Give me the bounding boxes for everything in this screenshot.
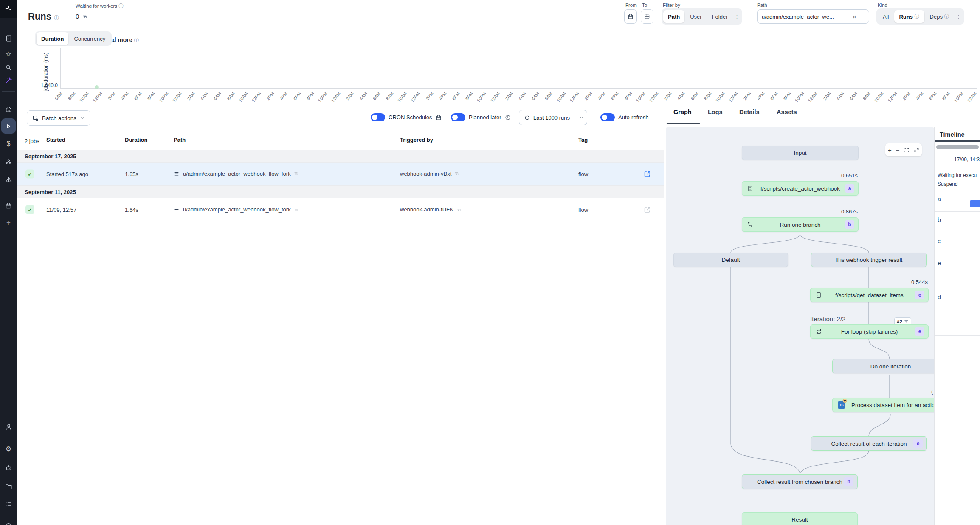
step-badge: a [845, 184, 854, 193]
x-tick-label: 8AM [544, 91, 554, 101]
active-tab-underline [667, 123, 700, 124]
node-run-one-branch[interactable]: Run one branch b [742, 217, 859, 232]
timeline-resize-handle[interactable] [936, 145, 979, 149]
node-do-one-iteration[interactable]: Do one iteration [832, 359, 934, 373]
tab-logs[interactable]: Logs [708, 109, 723, 115]
x-tick-label: 2AM [822, 91, 832, 101]
filter-tab-path[interactable]: Path [663, 10, 684, 23]
filter-tab-user[interactable]: User [685, 10, 706, 23]
runs-play-icon[interactable] [0, 119, 17, 133]
to-date-button[interactable] [641, 9, 653, 24]
kind-tab-all[interactable]: All [878, 10, 893, 23]
auto-refresh-toggle[interactable] [600, 113, 615, 121]
node-get-dataset-items[interactable]: f/scripts/get_dataset_items c [810, 288, 929, 302]
settings-gear-icon[interactable]: ⚙ [0, 441, 17, 456]
success-check-icon[interactable]: ✓ [25, 205, 34, 214]
filter-tab-folder[interactable]: Folder [707, 10, 732, 23]
filter-plus-icon[interactable] [454, 171, 459, 177]
windmill-logo[interactable] [0, 0, 17, 18]
col-started[interactable]: Started [46, 137, 65, 143]
pinwheel-icon [4, 5, 13, 13]
tab-details[interactable]: Details [739, 109, 760, 115]
run-triggered-by[interactable]: webhook-admin-vBxt [400, 171, 459, 177]
favorites-star-icon[interactable]: ☆ [0, 47, 17, 61]
variables-dollar-icon[interactable]: $ [0, 137, 17, 151]
node-branch-default[interactable]: Default [673, 253, 788, 267]
tab-duration[interactable]: Duration [37, 32, 68, 45]
success-check-icon[interactable]: ✓ [25, 170, 34, 179]
run-path[interactable]: u/admin/example_actor_webhook_flow_fork [174, 171, 299, 177]
col-tag[interactable]: Tag [578, 137, 588, 143]
node-input[interactable]: Input [742, 146, 859, 160]
planned-later-toggle[interactable] [451, 113, 465, 121]
schedules-calendar-icon[interactable] [0, 199, 17, 213]
tab-concurrency[interactable]: Concurrency [69, 32, 110, 45]
filter-plus-icon[interactable] [456, 207, 462, 213]
node-result[interactable]: Result [742, 512, 858, 525]
filter-plus-icon[interactable] [82, 13, 88, 20]
apps-icon[interactable] [0, 31, 17, 45]
col-duration[interactable]: Duration [125, 137, 147, 143]
clear-path-icon[interactable]: × [853, 13, 856, 20]
run-row[interactable]: ✓ Started 517s ago 1.65s u/admin/example… [17, 163, 664, 185]
run-path[interactable]: u/admin/example_actor_webhook_flow_fork [174, 206, 299, 213]
workers-robot-icon[interactable] [0, 460, 17, 475]
home-icon[interactable] [0, 102, 17, 116]
run-row[interactable]: ✓ 11/09, 12:57 1.64s u/admin/example_act… [17, 199, 664, 221]
filter-plus-icon[interactable] [294, 171, 299, 177]
add-plus-icon[interactable]: + [0, 216, 17, 230]
path-filter-input[interactable] [762, 14, 849, 20]
x-tick-label: 2AM [186, 91, 196, 101]
timeline-title[interactable]: Timeline [940, 131, 965, 138]
x-tick-label: 12AM [648, 91, 659, 103]
flow-list-icon [174, 171, 179, 177]
audit-logs-list-icon[interactable] [0, 497, 17, 511]
triggers-prism-icon[interactable] [0, 172, 17, 187]
x-tick-label: 8PM [305, 91, 315, 101]
runs-limit-dropdown[interactable] [575, 110, 587, 125]
info-icon[interactable]: ⓘ [118, 3, 124, 9]
col-triggered-by[interactable]: Triggered by [400, 137, 433, 143]
zoom-out-icon[interactable]: − [896, 147, 900, 153]
x-tick-label: 10PM [794, 91, 805, 103]
fit-view-icon[interactable] [904, 147, 910, 153]
run-triggered-by[interactable]: webhook-admin-fUFN [400, 206, 462, 213]
open-run-icon[interactable] [644, 171, 651, 178]
kind-tab-deps[interactable]: Deps ⓘ [925, 10, 954, 23]
kind-more-menu-icon[interactable]: ⋮ [955, 14, 963, 20]
node-for-loop[interactable]: For loop (skip failures) e [810, 324, 929, 339]
zoom-in-icon[interactable]: + [888, 147, 892, 153]
filter-by-label: Filter by [663, 3, 680, 8]
x-tick-label: 2PM [425, 91, 434, 101]
cron-schedules-toggle[interactable] [371, 113, 385, 121]
fullscreen-icon[interactable] [914, 147, 919, 153]
kind-tab-runs[interactable]: Runs ⓘ [894, 10, 924, 23]
timeline-bar[interactable] [970, 200, 980, 207]
ai-wand-icon[interactable] [0, 73, 17, 87]
resources-nodes-icon[interactable] [0, 154, 17, 169]
user-icon[interactable] [0, 419, 17, 434]
folders-icon[interactable] [0, 479, 17, 493]
tab-graph[interactable]: Graph [673, 109, 692, 115]
node-collect-each-iteration[interactable]: Collect result of each iteration e [811, 436, 927, 451]
tab-assets[interactable]: Assets [777, 109, 797, 115]
x-tick-label: 10AM [714, 91, 726, 103]
node-process-dataset-item[interactable]: TS Process dataset item for an action [832, 398, 934, 412]
search-icon[interactable] [0, 60, 17, 75]
help-circle-icon[interactable] [0, 519, 17, 525]
run-data-point[interactable] [95, 85, 99, 89]
flow-graph-canvas[interactable]: + − Input 0.651s f/scripts/create_actor_… [666, 127, 934, 525]
col-path[interactable]: Path [174, 137, 186, 143]
from-date-button[interactable] [624, 9, 637, 24]
node-create-actor-webhook[interactable]: f/scripts/create_actor_webhook a [742, 181, 859, 196]
filter-more-menu-icon[interactable]: ⋮ [733, 14, 741, 20]
batch-actions-button[interactable]: Batch actions [27, 110, 90, 126]
open-run-icon[interactable] [644, 206, 651, 213]
chevron-down-icon [579, 115, 584, 120]
x-tick-label: 4AM [835, 91, 845, 101]
node-collect-chosen-branch[interactable]: Collect result from chosen branch b [742, 474, 858, 489]
runs-limit-button[interactable]: Last 1000 runs [519, 115, 575, 121]
filter-plus-icon[interactable] [294, 207, 299, 213]
info-icon[interactable]: ⓘ [54, 15, 59, 21]
node-branch-if-webhook[interactable]: If is webhook trigger result [811, 253, 927, 267]
